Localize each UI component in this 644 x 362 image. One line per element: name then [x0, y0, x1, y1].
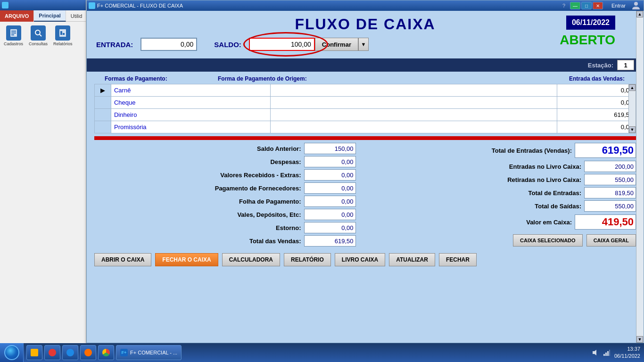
taskbar-app-firefox[interactable] [80, 345, 96, 360]
valores-extras-input[interactable] [304, 169, 356, 181]
row-arrow [95, 121, 111, 133]
table-row[interactable]: Promissória 0,00 [95, 121, 636, 133]
taskbar-clock: 13:37 06/11/2022 [614, 346, 640, 360]
ribbon-item-relatorios[interactable]: Relatórios [53, 25, 73, 46]
saldo-anterior-input[interactable] [304, 143, 356, 154]
calculadora-button[interactable]: CALCULADORA [222, 253, 280, 266]
status-badge: ABERTO [560, 33, 615, 48]
total-vendas-input[interactable] [304, 235, 356, 247]
app-header: FLUXO DE CAIXA 06/11/2022 ABERTO ENTRADA… [87, 11, 644, 58]
table-scrollbar[interactable]: ▲ ▼ [628, 84, 636, 133]
taskbar-app-ie[interactable] [62, 345, 78, 360]
svg-rect-12 [605, 353, 607, 356]
svg-rect-11 [603, 354, 605, 356]
taskbar-app-folder[interactable] [26, 345, 42, 360]
ie-icon [66, 349, 74, 356]
scroll-track [629, 91, 636, 126]
row-entrada: 0,00 [557, 121, 636, 133]
relatorio-button[interactable]: RELATÓRIO [284, 253, 331, 266]
row-saldo-anterior: Saldo Anterior: [94, 143, 356, 154]
chrome-icon [102, 349, 110, 356]
table-row[interactable]: Cheque 0,00 [95, 97, 636, 109]
vales-input[interactable] [304, 209, 356, 220]
register-icon [6, 25, 21, 41]
tab-arquivo[interactable]: ARQUIVO [0, 10, 34, 22]
table-row[interactable]: ▶ Carnê 0,00 [95, 84, 636, 97]
row-estorno: Estorno: [94, 222, 356, 233]
row-vales: Vales, Depósitos, Etc: [94, 209, 356, 220]
valor-caixa-input[interactable] [575, 214, 636, 230]
row-valores-extras: Valores Recebidos - Extras: [94, 169, 356, 181]
total-saidas-input[interactable] [584, 200, 636, 212]
row-despesas: Despesas: [94, 156, 356, 167]
valores-extras-label: Valores Recebidos - Extras: [207, 172, 301, 179]
search-icon [31, 25, 46, 41]
ribbon-item-cadastros[interactable]: Cadastros [4, 25, 23, 46]
minimize-button[interactable]: — [570, 2, 580, 9]
atualizar-button[interactable]: ATUALIZAR [389, 253, 435, 266]
window-scroll-down[interactable]: ▼ [636, 336, 643, 343]
scroll-down[interactable]: ▼ [629, 126, 636, 133]
pgto-fornecedores-input[interactable] [304, 182, 356, 194]
outer-app-icon [2, 2, 8, 8]
total-vendas-label: Total das Vendas: [207, 238, 301, 245]
ribbon-item-consultas[interactable]: Consultas [29, 25, 48, 46]
taskbar-app-chrome[interactable] [98, 345, 114, 360]
row-entrada: 0,00 [557, 97, 636, 109]
start-button[interactable] [0, 343, 24, 362]
tab-utili[interactable]: Utilid [66, 10, 87, 22]
scroll-up[interactable]: ▲ [629, 84, 636, 91]
caixa-geral-button[interactable]: CAIXA GERAL [586, 234, 636, 247]
taskbar-app-red[interactable] [44, 345, 60, 360]
saldo-anterior-label: Saldo Anterior: [207, 145, 301, 152]
folder-icon [31, 349, 38, 356]
help-button[interactable]: ? [562, 3, 565, 8]
total-saidas-label: Total de Saídas: [487, 203, 581, 210]
entrada-input[interactable] [140, 38, 197, 51]
svg-line-5 [40, 34, 41, 36]
entradas-livro-label: Entradas no Livro Caixa: [487, 163, 581, 170]
folha-pgto-input[interactable] [304, 196, 356, 207]
title-row: FLUXO DE CAIXA 06/11/2022 ABERTO [96, 16, 634, 33]
total-entradas-vendas-input[interactable] [575, 143, 636, 158]
row-entradas-livro: Entradas no Livro Caixa: [375, 161, 636, 172]
row-folha-pgto: Folha de Pagamento: [94, 196, 356, 207]
row-pgto-fornecedores: Pagamento de Fornecedores: [94, 182, 356, 194]
network-icon [603, 349, 611, 356]
svg-rect-2 [11, 33, 16, 33]
taskbar-app-fplus[interactable]: F+ F+ COMERCIAL - ... [116, 345, 182, 360]
saldo-label: SALDO: [214, 41, 241, 49]
table-row[interactable]: Dinheiro 619,50 [95, 109, 636, 121]
close-button[interactable]: ✕ [593, 2, 603, 9]
svg-rect-3 [11, 34, 14, 35]
entradas-livro-input[interactable] [584, 161, 636, 172]
fechar-caixa-button[interactable]: FECHAR O CAIXA [155, 253, 218, 266]
window-scroll-up[interactable]: ▲ [636, 11, 643, 17]
window-scrollbar[interactable]: ▲ ▼ [636, 11, 644, 343]
estorno-input[interactable] [304, 222, 356, 233]
volume-icon [592, 349, 599, 356]
taskbar-apps: F+ F+ COMERCIAL - ... [24, 343, 184, 362]
svg-rect-1 [11, 31, 16, 32]
entrada-row: ENTRADA: SALDO: Confirmar ▼ [96, 38, 634, 51]
more-button[interactable]: ▼ [358, 38, 369, 51]
abrir-caixa-button[interactable]: ABRIR O CAIXA [94, 253, 151, 266]
estacao-label: Estação: [588, 62, 613, 69]
confirmar-button[interactable]: Confirmar [315, 38, 358, 51]
window-scroll-track [636, 17, 644, 336]
tab-principal[interactable]: Principal [34, 10, 66, 22]
despesas-input[interactable] [304, 156, 356, 167]
total-entradas-input[interactable] [584, 187, 636, 198]
title-bar-left: F+ COMERCIAL - FLUXO DE CAIXA [89, 2, 183, 9]
caixa-selecionado-button[interactable]: CAIXA SELECIONADO [513, 234, 583, 247]
taskbar: F+ F+ COMERCIAL - ... 13:37 06/11/2022 [0, 343, 644, 362]
maximize-button[interactable]: □ [581, 2, 592, 9]
fechar-button[interactable]: FECHAR [439, 253, 477, 266]
entrar-button[interactable]: Entrar [611, 3, 626, 8]
retiradas-livro-input[interactable] [584, 174, 636, 185]
row-total-entradas: Total de Entradas: [375, 187, 636, 198]
row-valor-caixa: Valor em Caixa: [375, 214, 636, 230]
saldo-input[interactable] [249, 38, 315, 51]
row-origem [270, 109, 557, 121]
livro-caixa-button[interactable]: LIVRO CAIXA [335, 253, 385, 266]
